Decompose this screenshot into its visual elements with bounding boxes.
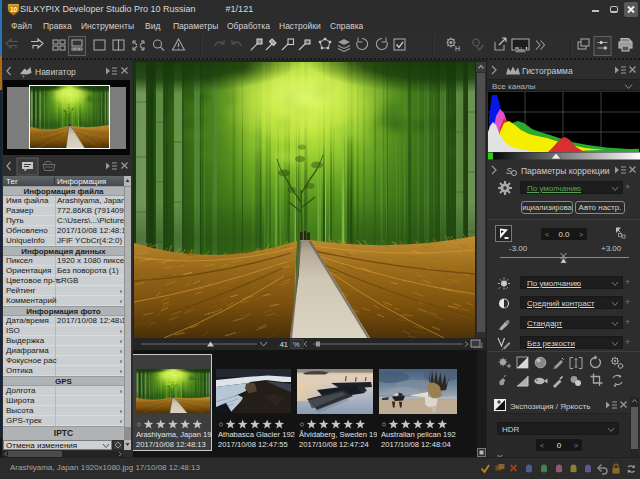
svg-text:Гистограмма: Гистограмма (522, 66, 573, 76)
svg-text:41: 41 (280, 340, 288, 349)
svg-text:H: H (455, 45, 460, 52)
svg-text:Параметры коррекции: Параметры коррекции (521, 166, 610, 176)
svg-text:S: S (506, 166, 512, 176)
svg-text:Экспозиция / Яркость: Экспозиция / Яркость (510, 402, 590, 411)
svg-text:%: % (293, 340, 300, 349)
svg-text:Навигатор: Навигатор (35, 67, 76, 77)
svg-text:10: 10 (10, 6, 18, 13)
